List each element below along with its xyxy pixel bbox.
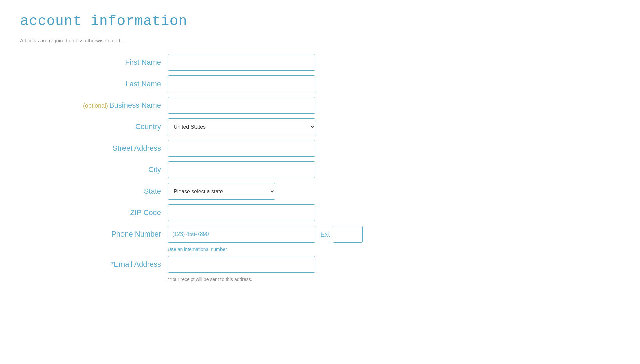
email-input[interactable] — [168, 256, 315, 273]
state-select[interactable]: Please select a state Alabama Alaska Ari… — [168, 183, 275, 200]
phone-input[interactable] — [168, 226, 315, 243]
page-title: account information — [20, 13, 620, 30]
email-helper-text: *Your receipt will be sent to this addre… — [168, 277, 620, 282]
zip-code-row: ZIP Code — [20, 204, 620, 222]
first-name-input[interactable] — [168, 54, 315, 71]
business-name-input[interactable] — [168, 97, 315, 114]
ext-label: Ext — [320, 230, 330, 238]
country-row: Country United States Canada Mexico Unit… — [20, 118, 620, 136]
zip-code-input[interactable] — [168, 204, 315, 221]
ext-input[interactable] — [333, 226, 363, 243]
optional-tag: (optional) — [83, 102, 108, 109]
phone-label: Phone Number — [20, 230, 168, 239]
email-section: *Email Address *Your receipt will be sen… — [20, 255, 620, 282]
street-address-input[interactable] — [168, 140, 315, 157]
business-name-row: (optional)Business Name — [20, 96, 620, 114]
state-row: State Please select a state Alabama Alas… — [20, 182, 620, 200]
last-name-row: Last Name — [20, 75, 620, 93]
state-label: State — [20, 187, 168, 196]
first-name-label: First Name — [20, 58, 168, 67]
email-label: *Email Address — [20, 260, 168, 269]
business-name-label: (optional)Business Name — [20, 101, 168, 110]
phone-helper-text[interactable]: Use an international number — [168, 247, 620, 252]
phone-row: Phone Number Ext — [20, 225, 620, 243]
street-address-label: Street Address — [20, 144, 168, 153]
phone-section: Phone Number Ext Use an international nu… — [20, 225, 620, 252]
phone-inputs-group: Ext — [168, 226, 363, 243]
street-address-row: Street Address — [20, 139, 620, 157]
last-name-input[interactable] — [168, 75, 315, 92]
city-row: City — [20, 161, 620, 179]
city-label: City — [20, 165, 168, 174]
account-form: First Name Last Name (optional)Business … — [20, 53, 620, 283]
zip-code-label: ZIP Code — [20, 208, 168, 217]
country-label: Country — [20, 122, 168, 131]
country-select[interactable]: United States Canada Mexico United Kingd… — [168, 118, 315, 135]
last-name-label: Last Name — [20, 80, 168, 88]
city-input[interactable] — [168, 161, 315, 178]
email-row: *Email Address — [20, 255, 620, 273]
page-subtitle: All fields are required unless otherwise… — [20, 38, 620, 43]
first-name-row: First Name — [20, 53, 620, 71]
